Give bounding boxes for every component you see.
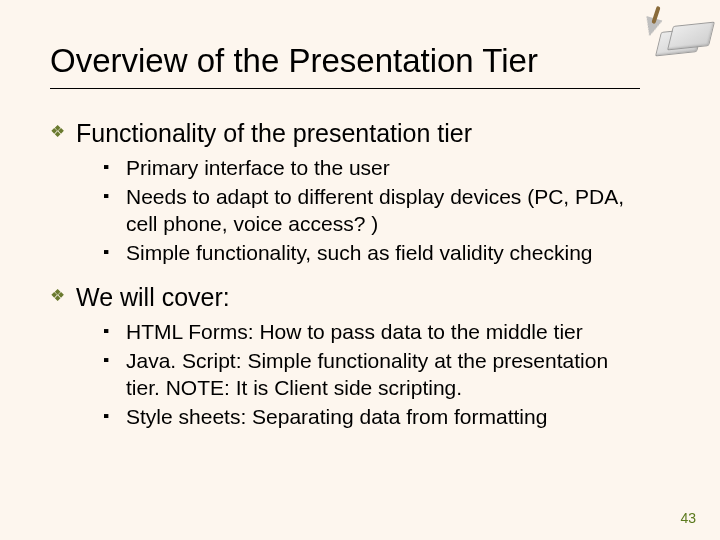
slide: Overview of the Presentation Tier ❖ Func… <box>0 0 720 540</box>
section-heading: Functionality of the presentation tier <box>76 118 472 148</box>
bullet-level2: ▪ Java. Script: Simple functionality at … <box>104 347 670 401</box>
square-bullet-icon: ▪ <box>103 318 127 344</box>
square-bullet-icon: ▪ <box>103 403 127 429</box>
square-bullet-icon: ▪ <box>103 183 127 209</box>
bullet-level2: ▪ Style sheets: Separating data from for… <box>104 403 670 430</box>
sub-item: Java. Script: Simple functionality at th… <box>126 347 646 401</box>
sub-item: HTML Forms: How to pass data to the midd… <box>126 318 583 345</box>
bullet-level2: ▪ Simple functionality, such as field va… <box>104 239 670 266</box>
bullet-level2: ▪ HTML Forms: How to pass data to the mi… <box>104 318 670 345</box>
section-heading: We will cover: <box>76 282 230 312</box>
square-bullet-icon: ▪ <box>103 347 127 373</box>
sub-item: Primary interface to the user <box>126 154 390 181</box>
title-underline <box>50 88 640 89</box>
slide-title: Overview of the Presentation Tier <box>50 42 538 80</box>
page-number: 43 <box>680 510 696 526</box>
square-bullet-icon: ▪ <box>103 154 127 180</box>
sub-item: Style sheets: Separating data from forma… <box>126 403 547 430</box>
bullet-level1: ❖ We will cover: <box>50 282 670 312</box>
square-bullet-icon: ▪ <box>103 239 127 265</box>
bullet-level2: ▪ Needs to adapt to different display de… <box>104 183 670 237</box>
diamond-bullet-icon: ❖ <box>50 118 76 146</box>
bullet-level1: ❖ Functionality of the presentation tier <box>50 118 670 148</box>
sub-item: Needs to adapt to different display devi… <box>126 183 646 237</box>
bullet-level2: ▪ Primary interface to the user <box>104 154 670 181</box>
corner-art <box>636 4 706 54</box>
brick-icon <box>667 21 715 50</box>
slide-body: ❖ Functionality of the presentation tier… <box>50 118 670 446</box>
sub-item: Simple functionality, such as field vali… <box>126 239 593 266</box>
sublist: ▪ Primary interface to the user ▪ Needs … <box>104 154 670 266</box>
diamond-bullet-icon: ❖ <box>50 282 76 310</box>
sublist: ▪ HTML Forms: How to pass data to the mi… <box>104 318 670 430</box>
